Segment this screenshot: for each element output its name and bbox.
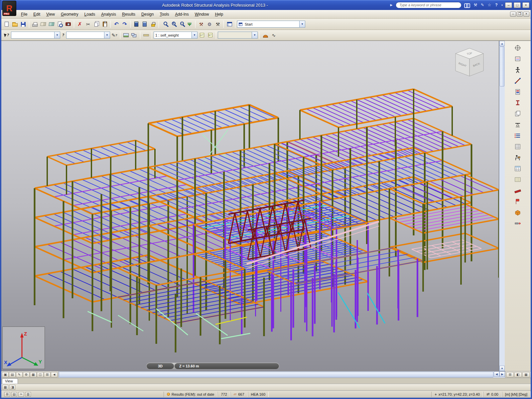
- sheets-icon[interactable]: [513, 109, 522, 118]
- print-icon[interactable]: [31, 20, 39, 28]
- pencil-icon[interactable]: ✎: [480, 3, 485, 7]
- vertical-scrollbar[interactable]: ▲ ▼: [499, 41, 505, 371]
- binoculars-icon[interactable]: [463, 1, 471, 9]
- child-minimize-button[interactable]: –: [510, 12, 516, 17]
- properties-clipboard-icon[interactable]: [513, 87, 522, 96]
- steel-beam-icon[interactable]: [513, 186, 522, 195]
- calculator-icon[interactable]: [132, 20, 140, 28]
- save-icon[interactable]: [19, 20, 27, 28]
- supports-icon[interactable]: [513, 120, 522, 129]
- mini-tab-icon-2[interactable]: ▤: [9, 372, 16, 377]
- support-dome-icon[interactable]: [261, 31, 269, 39]
- node-selection-combo[interactable]: ▼: [11, 32, 60, 39]
- load-case-combo[interactable]: 1 : self_weight ▼: [154, 32, 198, 39]
- menu-tools[interactable]: Tools: [157, 11, 172, 18]
- correct-model-icon[interactable]: ⚒: [197, 20, 205, 28]
- zoom-icon[interactable]: [161, 20, 169, 28]
- new-file-icon[interactable]: [3, 20, 11, 28]
- node-select-helper-icon[interactable]: ?: [61, 31, 66, 39]
- data-table-icon[interactable]: [513, 175, 522, 184]
- units-cell[interactable]: [m] [kN] [Deg]: [502, 392, 531, 397]
- work-mode-dropdown-icon[interactable]: ▼: [299, 21, 305, 27]
- grid-icon[interactable]: [513, 142, 522, 151]
- results-status-cell[interactable]: Results (FEM): out of date: [164, 392, 217, 397]
- node-selection-dropdown-icon[interactable]: ▼: [54, 32, 60, 38]
- spring-release-icon[interactable]: ∿: [270, 31, 278, 39]
- mini-tab-icon-5[interactable]: ▦: [30, 372, 37, 377]
- infocenter-arrow-icon[interactable]: ▶: [389, 3, 394, 7]
- child-restore-button[interactable]: ❐: [517, 12, 523, 17]
- section-ruler-icon[interactable]: [142, 31, 150, 39]
- minimize-button[interactable]: –: [505, 2, 512, 8]
- status-select-icon[interactable]: ▤: [11, 392, 17, 397]
- status-table-icon[interactable]: ▥: [25, 392, 31, 397]
- view-cube[interactable]: TOP RIGHT BACK: [454, 46, 485, 78]
- solid-box-icon[interactable]: [513, 208, 522, 217]
- bar-draw-icon[interactable]: [513, 76, 522, 85]
- status-cut-icon[interactable]: ✂: [18, 392, 24, 397]
- menu-file[interactable]: File: [18, 11, 30, 18]
- pan-view-icon[interactable]: ⊞: [506, 372, 514, 377]
- work-mode-combo[interactable]: Start ▼: [237, 21, 305, 28]
- mini-tab-icon-6[interactable]: ◫: [37, 372, 44, 377]
- view-rotate-icon[interactable]: Ψ: [186, 20, 194, 28]
- tab-scroll-left-icon[interactable]: ◀: [51, 372, 58, 377]
- mini-tab-icon-1[interactable]: ▣: [2, 372, 9, 377]
- maximize-button[interactable]: □: [514, 2, 521, 8]
- menu-addins[interactable]: Add-Ins: [172, 11, 192, 18]
- menu-view[interactable]: View: [43, 11, 58, 18]
- view-window-tab[interactable]: View: [2, 378, 18, 384]
- close-button[interactable]: ×: [522, 2, 529, 8]
- delete-icon[interactable]: ✗: [76, 20, 84, 28]
- zoom-extents-icon[interactable]: [177, 20, 185, 28]
- select-query-icon[interactable]: ?: [3, 31, 11, 39]
- open-file-icon[interactable]: [11, 20, 19, 28]
- menu-help[interactable]: Help: [212, 11, 226, 18]
- result-combo[interactable]: ▼: [218, 32, 258, 39]
- zoom-window-icon[interactable]: ◧: [514, 372, 522, 377]
- engineer-desk-icon[interactable]: [513, 153, 522, 162]
- display-attributes-icon[interactable]: [513, 55, 522, 63]
- menu-loads[interactable]: Loads: [81, 11, 98, 18]
- copy-icon[interactable]: [92, 20, 100, 28]
- preferences-icon[interactable]: ⚙: [205, 20, 213, 28]
- favorites-star-icon[interactable]: ☆: [487, 3, 492, 7]
- model-viewport[interactable]: TOP RIGHT BACK Z X Y: [1, 41, 499, 371]
- undo-icon[interactable]: ↶: [112, 20, 120, 28]
- beam-verify-icon[interactable]: [513, 219, 522, 228]
- print-preview-icon[interactable]: [48, 20, 56, 28]
- local-axes-flag-icon[interactable]: [513, 197, 522, 206]
- tables-icon[interactable]: [225, 20, 233, 28]
- menu-window[interactable]: Window: [192, 11, 212, 18]
- menu-results[interactable]: Results: [119, 11, 138, 18]
- load-types-icon[interactable]: [513, 131, 522, 140]
- menu-geometry[interactable]: Geometry: [58, 11, 81, 18]
- mini-tab-icon-4[interactable]: ⚙: [23, 372, 30, 377]
- bar-numbers-icon[interactable]: b?: [206, 31, 214, 39]
- lock-results-icon[interactable]: [149, 20, 157, 28]
- display-options-icon[interactable]: ◨: [9, 385, 15, 390]
- calculation-report-icon[interactable]: [141, 20, 149, 28]
- status-grid-icon[interactable]: ⊞: [4, 392, 10, 397]
- view-3d-button[interactable]: 3D: [147, 363, 174, 369]
- mini-tab-icon-3[interactable]: ✎: [16, 372, 23, 377]
- section-ibeam-icon[interactable]: [513, 98, 522, 107]
- zoom-in-icon[interactable]: [169, 20, 177, 28]
- scroll-down-icon[interactable]: ▼: [499, 366, 505, 371]
- view-image-icon[interactable]: [122, 31, 130, 39]
- bar-selection-combo[interactable]: ▼: [66, 32, 110, 39]
- wrench-icon[interactable]: ⚒: [473, 3, 478, 7]
- scroll-right-icon[interactable]: ▶: [499, 371, 505, 377]
- job-preferences-icon[interactable]: ⚒: [214, 20, 222, 28]
- layout-windows-icon[interactable]: [513, 164, 522, 173]
- help-dropdown-icon[interactable]: ▼: [501, 4, 503, 6]
- help-icon[interactable]: ?: [494, 3, 499, 7]
- person-icon[interactable]: [513, 66, 522, 74]
- scroll-left-icon[interactable]: ◀: [494, 371, 499, 377]
- screen-capture-icon[interactable]: [64, 20, 72, 28]
- scroll-up-icon[interactable]: ▲: [499, 41, 505, 46]
- result-dropdown-icon[interactable]: ▼: [252, 32, 257, 38]
- paste-icon[interactable]: [101, 20, 109, 28]
- menu-edit[interactable]: Edit: [30, 11, 43, 18]
- vertical-scroll-thumb[interactable]: [500, 47, 504, 86]
